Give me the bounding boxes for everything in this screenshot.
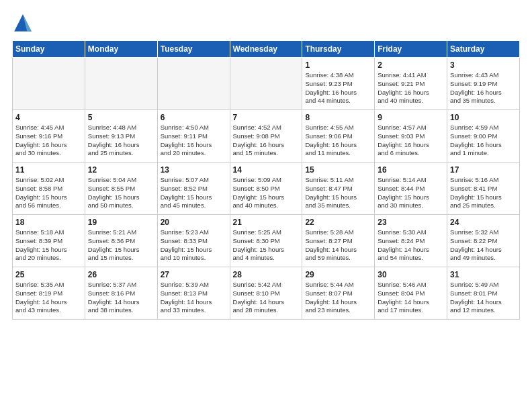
- day-number: 24: [450, 218, 517, 227]
- day-number: 16: [378, 165, 444, 175]
- calendar-cell: 24Sunrise: 5:32 AM Sunset: 8:22 PM Dayli…: [447, 215, 520, 267]
- day-number: 11: [15, 165, 82, 175]
- day-info: Sunrise: 5:44 AM Sunset: 8:07 PM Dayligh…: [305, 281, 371, 315]
- day-info: Sunrise: 5:35 AM Sunset: 8:19 PM Dayligh…: [15, 281, 82, 315]
- header: [12, 12, 520, 34]
- calendar-cell: [157, 58, 230, 110]
- day-number: 30: [378, 270, 444, 279]
- day-number: 9: [378, 113, 444, 122]
- logo-icon: [12, 12, 34, 34]
- calendar-cell: 1Sunrise: 4:38 AM Sunset: 9:23 PM Daylig…: [302, 58, 375, 110]
- day-number: 4: [15, 113, 82, 122]
- weekday-header-row: SundayMondayTuesdayWednesdayThursdayFrid…: [13, 41, 520, 58]
- day-info: Sunrise: 5:21 AM Sunset: 8:36 PM Dayligh…: [88, 228, 154, 263]
- calendar-cell: 18Sunrise: 5:18 AM Sunset: 8:39 PM Dayli…: [13, 215, 85, 267]
- calendar-cell: 26Sunrise: 5:37 AM Sunset: 8:16 PM Dayli…: [85, 267, 157, 320]
- calendar-week-4: 18Sunrise: 5:18 AM Sunset: 8:39 PM Dayli…: [13, 215, 520, 267]
- day-number: 10: [450, 113, 517, 122]
- day-info: Sunrise: 4:45 AM Sunset: 9:16 PM Dayligh…: [15, 124, 82, 158]
- day-number: 20: [161, 218, 227, 227]
- calendar-cell: 9Sunrise: 4:57 AM Sunset: 9:03 PM Daylig…: [375, 110, 447, 163]
- day-number: 15: [305, 165, 371, 175]
- day-number: 25: [15, 270, 82, 279]
- day-number: 12: [88, 165, 154, 175]
- day-info: Sunrise: 4:57 AM Sunset: 9:03 PM Dayligh…: [378, 124, 444, 158]
- calendar-cell: 13Sunrise: 5:07 AM Sunset: 8:52 PM Dayli…: [157, 163, 230, 215]
- weekday-header-tuesday: Tuesday: [157, 41, 230, 58]
- day-info: Sunrise: 5:49 AM Sunset: 8:01 PM Dayligh…: [450, 281, 517, 315]
- calendar-cell: 14Sunrise: 5:09 AM Sunset: 8:50 PM Dayli…: [230, 163, 302, 215]
- day-info: Sunrise: 5:18 AM Sunset: 8:39 PM Dayligh…: [15, 228, 82, 263]
- day-number: 21: [233, 218, 300, 227]
- calendar-cell: 5Sunrise: 4:48 AM Sunset: 9:13 PM Daylig…: [85, 110, 157, 163]
- day-info: Sunrise: 4:38 AM Sunset: 9:23 PM Dayligh…: [305, 71, 371, 105]
- calendar-container: SundayMondayTuesdayWednesdayThursdayFrid…: [0, 0, 532, 326]
- day-number: 6: [161, 113, 227, 122]
- day-info: Sunrise: 5:04 AM Sunset: 8:55 PM Dayligh…: [88, 176, 154, 210]
- weekday-header-friday: Friday: [375, 41, 447, 58]
- day-info: Sunrise: 4:43 AM Sunset: 9:19 PM Dayligh…: [450, 71, 517, 105]
- calendar-table: SundayMondayTuesdayWednesdayThursdayFrid…: [12, 40, 520, 320]
- calendar-cell: 23Sunrise: 5:30 AM Sunset: 8:24 PM Dayli…: [375, 215, 447, 267]
- day-number: 18: [15, 218, 82, 227]
- day-number: 1: [305, 60, 371, 70]
- day-number: 3: [450, 60, 517, 70]
- day-number: 19: [88, 218, 154, 227]
- day-number: 7: [233, 113, 300, 122]
- calendar-cell: 6Sunrise: 4:50 AM Sunset: 9:11 PM Daylig…: [157, 110, 230, 163]
- calendar-cell: 11Sunrise: 5:02 AM Sunset: 8:58 PM Dayli…: [13, 163, 85, 215]
- day-info: Sunrise: 5:23 AM Sunset: 8:33 PM Dayligh…: [161, 228, 227, 263]
- calendar-cell: 12Sunrise: 5:04 AM Sunset: 8:55 PM Dayli…: [85, 163, 157, 215]
- calendar-cell: 17Sunrise: 5:16 AM Sunset: 8:41 PM Dayli…: [447, 163, 520, 215]
- day-info: Sunrise: 4:48 AM Sunset: 9:13 PM Dayligh…: [88, 124, 154, 158]
- day-number: 17: [450, 165, 517, 175]
- calendar-cell: 25Sunrise: 5:35 AM Sunset: 8:19 PM Dayli…: [13, 267, 85, 320]
- calendar-cell: [13, 58, 85, 110]
- day-info: Sunrise: 5:46 AM Sunset: 8:04 PM Dayligh…: [378, 281, 444, 315]
- calendar-cell: 22Sunrise: 5:28 AM Sunset: 8:27 PM Dayli…: [302, 215, 375, 267]
- day-info: Sunrise: 5:02 AM Sunset: 8:58 PM Dayligh…: [15, 176, 82, 210]
- calendar-week-5: 25Sunrise: 5:35 AM Sunset: 8:19 PM Dayli…: [13, 267, 520, 320]
- day-number: 13: [161, 165, 227, 175]
- weekday-header-monday: Monday: [85, 41, 157, 58]
- day-info: Sunrise: 4:50 AM Sunset: 9:11 PM Dayligh…: [161, 124, 227, 158]
- calendar-cell: 7Sunrise: 4:52 AM Sunset: 9:08 PM Daylig…: [230, 110, 302, 163]
- calendar-cell: 16Sunrise: 5:14 AM Sunset: 8:44 PM Dayli…: [375, 163, 447, 215]
- day-number: 23: [378, 218, 444, 227]
- calendar-cell: 30Sunrise: 5:46 AM Sunset: 8:04 PM Dayli…: [375, 267, 447, 320]
- day-info: Sunrise: 5:28 AM Sunset: 8:27 PM Dayligh…: [305, 228, 371, 263]
- calendar-cell: 27Sunrise: 5:39 AM Sunset: 8:13 PM Dayli…: [157, 267, 230, 320]
- day-info: Sunrise: 5:32 AM Sunset: 8:22 PM Dayligh…: [450, 228, 517, 263]
- day-number: 28: [233, 270, 300, 279]
- calendar-cell: 19Sunrise: 5:21 AM Sunset: 8:36 PM Dayli…: [85, 215, 157, 267]
- day-info: Sunrise: 5:30 AM Sunset: 8:24 PM Dayligh…: [378, 228, 444, 263]
- weekday-header-thursday: Thursday: [302, 41, 375, 58]
- day-number: 14: [233, 165, 300, 175]
- weekday-header-wednesday: Wednesday: [230, 41, 302, 58]
- calendar-cell: 4Sunrise: 4:45 AM Sunset: 9:16 PM Daylig…: [13, 110, 85, 163]
- day-info: Sunrise: 5:07 AM Sunset: 8:52 PM Dayligh…: [161, 176, 227, 210]
- calendar-cell: 20Sunrise: 5:23 AM Sunset: 8:33 PM Dayli…: [157, 215, 230, 267]
- day-number: 31: [450, 270, 517, 279]
- day-number: 2: [378, 60, 444, 70]
- calendar-cell: 31Sunrise: 5:49 AM Sunset: 8:01 PM Dayli…: [447, 267, 520, 320]
- day-info: Sunrise: 5:37 AM Sunset: 8:16 PM Dayligh…: [88, 281, 154, 315]
- weekday-header-sunday: Sunday: [13, 41, 85, 58]
- calendar-cell: [230, 58, 302, 110]
- calendar-cell: 2Sunrise: 4:41 AM Sunset: 9:21 PM Daylig…: [375, 58, 447, 110]
- calendar-cell: 3Sunrise: 4:43 AM Sunset: 9:19 PM Daylig…: [447, 58, 520, 110]
- calendar-cell: 29Sunrise: 5:44 AM Sunset: 8:07 PM Dayli…: [302, 267, 375, 320]
- day-info: Sunrise: 4:41 AM Sunset: 9:21 PM Dayligh…: [378, 71, 444, 105]
- day-info: Sunrise: 5:11 AM Sunset: 8:47 PM Dayligh…: [305, 176, 371, 210]
- weekday-header-saturday: Saturday: [447, 41, 520, 58]
- day-number: 8: [305, 113, 371, 122]
- day-info: Sunrise: 4:55 AM Sunset: 9:06 PM Dayligh…: [305, 124, 371, 158]
- day-info: Sunrise: 4:59 AM Sunset: 9:00 PM Dayligh…: [450, 124, 517, 158]
- day-number: 26: [88, 270, 154, 279]
- day-info: Sunrise: 4:52 AM Sunset: 9:08 PM Dayligh…: [233, 124, 300, 158]
- day-info: Sunrise: 5:42 AM Sunset: 8:10 PM Dayligh…: [233, 281, 300, 315]
- calendar-cell: 28Sunrise: 5:42 AM Sunset: 8:10 PM Dayli…: [230, 267, 302, 320]
- calendar-cell: 10Sunrise: 4:59 AM Sunset: 9:00 PM Dayli…: [447, 110, 520, 163]
- day-info: Sunrise: 5:16 AM Sunset: 8:41 PM Dayligh…: [450, 176, 517, 210]
- calendar-week-2: 4Sunrise: 4:45 AM Sunset: 9:16 PM Daylig…: [13, 110, 520, 163]
